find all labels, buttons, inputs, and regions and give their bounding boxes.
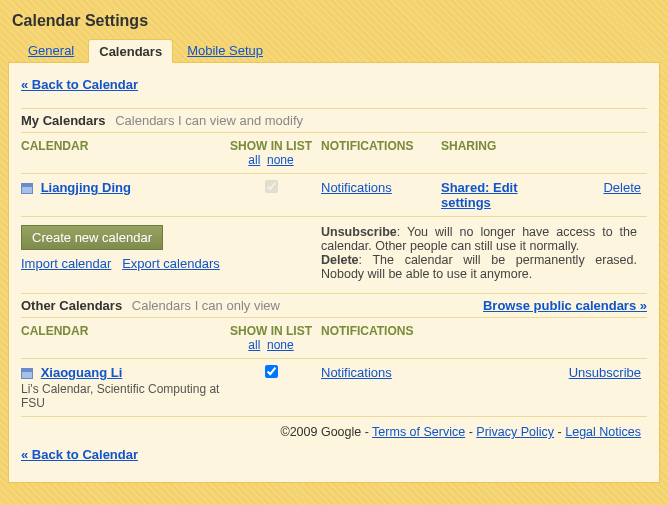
unsubscribe-label: Unsubscribe bbox=[321, 225, 397, 239]
footer: ©2009 Google - Terms of Service - Privac… bbox=[21, 416, 647, 443]
show-all-link-other[interactable]: all bbox=[248, 338, 260, 352]
tab-calendars[interactable]: Calendars bbox=[88, 39, 173, 63]
settings-panel: « Back to Calendar My Calendars Calendar… bbox=[8, 63, 660, 483]
show-header-text: SHOW IN LIST bbox=[230, 139, 312, 153]
show-none-link-other[interactable]: none bbox=[267, 338, 294, 352]
my-calendars-header: My Calendars Calendars I can view and mo… bbox=[21, 108, 647, 133]
show-none-link[interactable]: none bbox=[267, 153, 294, 167]
other-calendars-subtitle: Calendars I can only view bbox=[132, 298, 280, 313]
col-sharing: SHARING bbox=[441, 139, 561, 167]
export-calendars-link[interactable]: Export calendars bbox=[122, 256, 220, 271]
col-show-in-list: SHOW IN LIST all none bbox=[221, 139, 321, 167]
terms-of-service-link[interactable]: Terms of Service bbox=[372, 425, 465, 439]
copyright-text: ©2009 Google - bbox=[280, 425, 372, 439]
show-in-list-checkbox-other[interactable] bbox=[265, 365, 278, 378]
delete-link[interactable]: Delete bbox=[603, 180, 641, 195]
other-calendars-header: Other Calendars Calendars I can only vie… bbox=[21, 293, 647, 318]
help-text: Unsubscribe: You will no longer have acc… bbox=[321, 225, 647, 281]
tab-mobile-setup[interactable]: Mobile Setup bbox=[177, 39, 273, 63]
page-title: Calendar Settings bbox=[12, 12, 660, 30]
tab-general[interactable]: General bbox=[18, 39, 84, 63]
sharing-link[interactable]: Shared: Edit settings bbox=[441, 180, 518, 210]
my-calendars-columns: CALENDAR SHOW IN LIST all none NOTIFICAT… bbox=[21, 133, 647, 173]
other-calendar-description: Li's Calendar, Scientific Computing at F… bbox=[21, 382, 221, 410]
col-calendar: CALENDAR bbox=[21, 139, 221, 167]
col-show-in-list-other: SHOW IN LIST all none bbox=[221, 324, 321, 352]
calendar-name-link[interactable]: Liangjing Ding bbox=[41, 180, 131, 195]
col-notifications: NOTIFICATIONS bbox=[321, 139, 441, 167]
show-all-link[interactable]: all bbox=[248, 153, 260, 167]
back-to-calendar-link[interactable]: « Back to Calendar bbox=[21, 77, 138, 92]
back-to-calendar-link-bottom[interactable]: « Back to Calendar bbox=[21, 447, 138, 462]
show-header-text-other: SHOW IN LIST bbox=[230, 324, 312, 338]
other-calendars-title: Other Calendars bbox=[21, 298, 122, 313]
legal-notices-link[interactable]: Legal Notices bbox=[565, 425, 641, 439]
unsubscribe-link[interactable]: Unsubscribe bbox=[569, 365, 641, 380]
notifications-link[interactable]: Notifications bbox=[321, 180, 392, 195]
calendar-icon bbox=[21, 183, 33, 194]
delete-text: : The calendar will be permanently erase… bbox=[321, 253, 637, 281]
my-calendar-row: Liangjing Ding Notifications Shared: Edi… bbox=[21, 173, 647, 216]
col-calendar-other: CALENDAR bbox=[21, 324, 221, 352]
other-calendar-row: Xiaoguang Li Li's Calendar, Scientific C… bbox=[21, 358, 647, 416]
delete-label: Delete bbox=[321, 253, 359, 267]
col-notifications-other: NOTIFICATIONS bbox=[321, 324, 441, 352]
actions-row: Create new calendar Import calendar Expo… bbox=[21, 216, 647, 285]
other-calendars-columns: CALENDAR SHOW IN LIST all none NOTIFICAT… bbox=[21, 318, 647, 358]
privacy-policy-link[interactable]: Privacy Policy bbox=[476, 425, 554, 439]
show-in-list-checkbox[interactable] bbox=[265, 180, 278, 193]
calendar-icon bbox=[21, 368, 33, 379]
browse-public-calendars-link[interactable]: Browse public calendars » bbox=[483, 298, 647, 313]
my-calendars-subtitle: Calendars I can view and modify bbox=[115, 113, 303, 128]
tabs: General Calendars Mobile Setup bbox=[8, 38, 660, 63]
import-calendar-link[interactable]: Import calendar bbox=[21, 256, 111, 271]
other-calendar-name-link[interactable]: Xiaoguang Li bbox=[41, 365, 123, 380]
my-calendars-title: My Calendars bbox=[21, 113, 106, 128]
create-new-calendar-button[interactable]: Create new calendar bbox=[21, 225, 163, 250]
notifications-link-other[interactable]: Notifications bbox=[321, 365, 392, 380]
